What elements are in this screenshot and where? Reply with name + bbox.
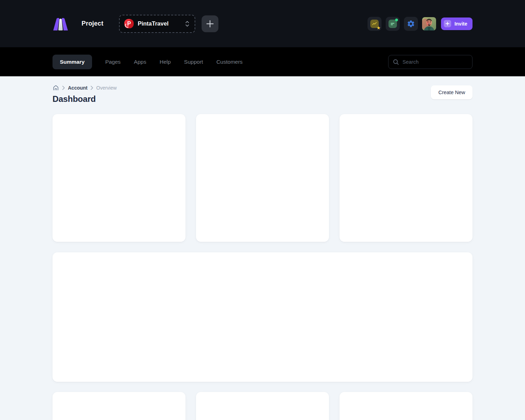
notes-icon xyxy=(388,20,397,28)
chevron-right-icon xyxy=(91,86,93,90)
plus-icon xyxy=(444,20,451,27)
brand-label: Project xyxy=(82,20,103,27)
user-avatar[interactable] xyxy=(422,17,436,30)
breadcrumb-account[interactable]: Account xyxy=(68,85,88,91)
chevron-up-down-icon xyxy=(184,20,190,27)
tab-apps[interactable]: Apps xyxy=(134,55,146,69)
avatar-photo-icon xyxy=(422,17,436,30)
tab-pages[interactable]: Pages xyxy=(105,55,121,69)
settings-button[interactable] xyxy=(404,17,418,31)
dashboard-card-placeholder xyxy=(52,114,186,242)
pintatravel-logo-icon: P xyxy=(124,19,134,28)
dashboard-card-placeholder xyxy=(340,114,472,242)
dashboard-card-placeholder xyxy=(52,392,186,420)
tab-help[interactable]: Help xyxy=(160,55,171,69)
settings-gear-icon xyxy=(407,20,415,28)
nav-tabs: Summary Pages Apps Help Support Customer… xyxy=(52,55,243,69)
breadcrumb: Account Overview xyxy=(52,84,117,91)
page-title: Dashboard xyxy=(52,94,117,104)
project-selector[interactable]: P PintaTravel xyxy=(119,15,195,33)
dashboard-card-placeholder xyxy=(340,392,472,420)
dashboard-content: Account Overview Dashboard Create New xyxy=(0,76,525,420)
dashboard-card-placeholder xyxy=(196,392,329,420)
top-card-row xyxy=(52,114,472,242)
chevron-right-icon xyxy=(62,86,65,90)
star-icon: ★ xyxy=(377,26,381,30)
analytics-icon: ★ xyxy=(370,20,379,28)
top-header: Project P PintaTravel ★ xyxy=(0,0,525,47)
home-icon[interactable] xyxy=(52,84,59,91)
search-input[interactable] xyxy=(402,59,468,65)
project-selector-value: PintaTravel xyxy=(138,20,181,27)
dashboard-card-placeholder xyxy=(196,114,329,242)
pintatravel-logo-letter: P xyxy=(127,21,131,27)
invite-label: Invite xyxy=(454,21,467,27)
tab-customers[interactable]: Customers xyxy=(216,55,243,69)
search-box[interactable] xyxy=(388,55,472,69)
app-logo-icon xyxy=(52,17,69,30)
invite-button[interactable]: Invite xyxy=(441,18,472,30)
bottom-card-row xyxy=(52,392,472,420)
search-icon xyxy=(393,59,399,65)
dashboard-wide-card-placeholder xyxy=(52,252,472,382)
primary-nav: Summary Pages Apps Help Support Customer… xyxy=(0,47,525,76)
notes-button[interactable] xyxy=(386,17,400,31)
tab-summary[interactable]: Summary xyxy=(52,55,92,69)
breadcrumb-overview: Overview xyxy=(96,85,117,91)
tab-support[interactable]: Support xyxy=(184,55,203,69)
create-new-button[interactable]: Create New xyxy=(431,85,472,99)
plus-icon xyxy=(206,20,214,28)
notification-dot xyxy=(395,19,398,21)
add-project-button[interactable] xyxy=(202,15,218,32)
analytics-button[interactable]: ★ xyxy=(368,17,382,31)
